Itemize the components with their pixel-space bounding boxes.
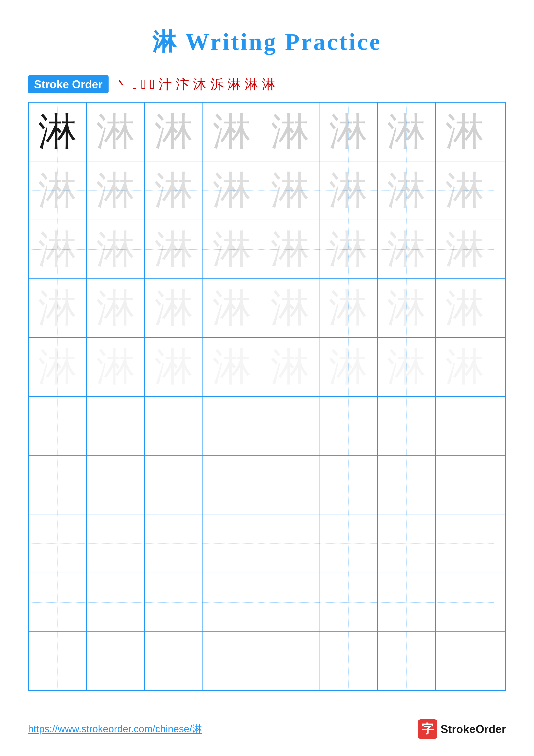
practice-row-empty: [29, 573, 505, 632]
practice-cell: 淋: [29, 220, 87, 279]
practice-cell: 淋: [29, 338, 87, 396]
practice-cell[interactable]: [145, 397, 203, 455]
practice-cell[interactable]: [319, 397, 378, 455]
practice-cell[interactable]: [203, 456, 261, 514]
practice-cell: 淋: [203, 103, 261, 161]
practice-cell: 淋: [319, 338, 378, 396]
practice-cell[interactable]: [261, 573, 319, 632]
practice-cell[interactable]: [29, 397, 87, 455]
practice-cell[interactable]: [261, 397, 319, 455]
practice-cell[interactable]: [87, 632, 145, 690]
practice-cell[interactable]: [436, 397, 494, 455]
practice-cell: 淋: [203, 220, 261, 279]
practice-cell[interactable]: [436, 573, 494, 632]
practice-cell: 淋: [145, 103, 203, 161]
practice-cell[interactable]: [203, 573, 261, 632]
practice-row-empty: [29, 514, 505, 573]
strokeorder-logo-icon: 字: [418, 719, 437, 739]
practice-cell[interactable]: [145, 514, 203, 573]
practice-cell[interactable]: [378, 397, 436, 455]
practice-cell[interactable]: [203, 632, 261, 690]
practice-cell[interactable]: [29, 456, 87, 514]
practice-cell[interactable]: [378, 632, 436, 690]
practice-cell[interactable]: [436, 456, 494, 514]
practice-cell: 淋: [203, 279, 261, 337]
practice-cell: 淋: [29, 279, 87, 337]
practice-cell[interactable]: [261, 632, 319, 690]
practice-cell: 淋: [436, 279, 494, 337]
page-title: 淋 Writing Practice: [0, 0, 534, 58]
practice-cell: 淋: [87, 103, 145, 161]
practice-cell: 淋: [378, 338, 436, 396]
practice-cell[interactable]: [87, 456, 145, 514]
practice-cell: 淋: [436, 103, 494, 161]
practice-cell[interactable]: [29, 514, 87, 573]
practice-cell: 淋: [261, 279, 319, 337]
practice-cell: 淋: [436, 338, 494, 396]
practice-cell[interactable]: [261, 456, 319, 514]
practice-cell: 淋: [378, 161, 436, 220]
practice-cell[interactable]: [378, 514, 436, 573]
practice-cell: 淋: [87, 338, 145, 396]
practice-cell[interactable]: [378, 573, 436, 632]
practice-cell: 淋: [29, 103, 87, 161]
practice-cell[interactable]: [436, 514, 494, 573]
practice-row: 淋 淋 淋 淋 淋 淋 淋 淋: [29, 220, 505, 279]
practice-cell[interactable]: [261, 514, 319, 573]
practice-cell[interactable]: [319, 514, 378, 573]
practice-cell: 淋: [261, 103, 319, 161]
practice-cell: 淋: [87, 161, 145, 220]
practice-cell: 淋: [378, 279, 436, 337]
practice-cell[interactable]: [87, 397, 145, 455]
practice-cell[interactable]: [87, 514, 145, 573]
practice-cell: 淋: [319, 279, 378, 337]
practice-cell: 淋: [319, 103, 378, 161]
practice-cell[interactable]: [87, 573, 145, 632]
practice-cell: 淋: [145, 220, 203, 279]
practice-cell: 淋: [203, 338, 261, 396]
practice-cell: 淋: [436, 161, 494, 220]
practice-row: 淋 淋 淋 淋 淋 淋 淋 淋: [29, 338, 505, 397]
practice-cell: 淋: [145, 279, 203, 337]
practice-cell[interactable]: [319, 573, 378, 632]
practice-cell[interactable]: [203, 397, 261, 455]
practice-cell: 淋: [145, 161, 203, 220]
practice-cell: 淋: [203, 161, 261, 220]
practice-row-empty: [29, 456, 505, 514]
practice-cell: 淋: [261, 161, 319, 220]
practice-cell[interactable]: [145, 573, 203, 632]
practice-cell: 淋: [145, 338, 203, 396]
practice-cell: 淋: [378, 103, 436, 161]
footer-logo: 字 StrokeOrder: [418, 719, 506, 739]
practice-cell: 淋: [319, 220, 378, 279]
practice-cell: 淋: [261, 220, 319, 279]
practice-cell[interactable]: [29, 573, 87, 632]
practice-row-empty: [29, 632, 505, 690]
practice-cell[interactable]: [378, 456, 436, 514]
practice-cell: 淋: [87, 220, 145, 279]
practice-grid: 淋 淋 淋 淋 淋 淋 淋 淋 淋 淋 淋: [28, 102, 506, 691]
practice-row: 淋 淋 淋 淋 淋 淋 淋 淋: [29, 161, 505, 220]
footer-url-link[interactable]: https://www.strokeorder.com/chinese/淋: [28, 722, 202, 736]
practice-row-empty: [29, 397, 505, 456]
stroke-order-badge: Stroke Order: [28, 75, 109, 93]
practice-cell: 淋: [261, 338, 319, 396]
practice-cell[interactable]: [29, 632, 87, 690]
practice-row: 淋 淋 淋 淋 淋 淋 淋 淋: [29, 103, 505, 161]
practice-cell: 淋: [436, 220, 494, 279]
practice-cell[interactable]: [436, 632, 494, 690]
stroke-order-section: Stroke Order 丶 𠃉 𠃊 𠃋 汁 汴 沐 泝 淋 淋 淋: [28, 75, 506, 93]
practice-cell: 淋: [87, 279, 145, 337]
practice-cell[interactable]: [145, 456, 203, 514]
practice-cell: 淋: [319, 161, 378, 220]
practice-row: 淋 淋 淋 淋 淋 淋 淋 淋: [29, 279, 505, 338]
stroke-order-chars: 丶 𠃉 𠃊 𠃋 汁 汴 沐 泝 淋 淋 淋: [115, 75, 275, 93]
footer: https://www.strokeorder.com/chinese/淋 字 …: [0, 719, 534, 739]
practice-cell[interactable]: [319, 632, 378, 690]
practice-cell: 淋: [378, 220, 436, 279]
practice-cell[interactable]: [203, 514, 261, 573]
practice-cell: 淋: [29, 161, 87, 220]
practice-cell[interactable]: [145, 632, 203, 690]
footer-logo-text: StrokeOrder: [441, 723, 506, 736]
practice-cell[interactable]: [319, 456, 378, 514]
